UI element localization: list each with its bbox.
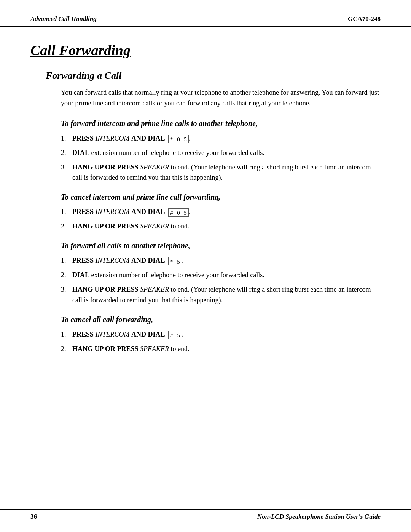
key-star: * <box>168 257 175 265</box>
intercom-label: INTERCOM <box>96 257 130 264</box>
press-label: PRESS <box>72 208 94 216</box>
hangup-label: HANG UP OR PRESS <box>72 163 139 171</box>
subsection-intercom-prime-forward: To forward intercom and prime line calls… <box>30 118 381 184</box>
key-hash: # <box>168 208 175 217</box>
key-hash: # <box>168 331 175 339</box>
step-number: 3. <box>61 284 72 295</box>
and-dial-label: AND DIAL <box>131 331 165 338</box>
intercom-label: INTERCOM <box>96 331 130 338</box>
step-number: 1. <box>61 207 72 217</box>
steps-list-3: 1. PRESS INTERCOM AND DIAL *5 . 2. DIAL … <box>61 256 381 306</box>
key-star: * <box>168 135 175 143</box>
step-1-3: 3. HANG UP OR PRESS SPEAKER to end. (You… <box>61 162 381 184</box>
key-sequence-star5: *5 <box>168 257 182 265</box>
page-header: Advanced Call Handling GCA70-248 <box>0 0 411 27</box>
step-1-2: 2. DIAL extension number of telephone to… <box>61 148 381 158</box>
page-container: Advanced Call Handling GCA70-248 Call Fo… <box>0 0 411 532</box>
header-right-text: GCA70-248 <box>348 15 381 23</box>
hangup-label: HANG UP OR PRESS <box>72 345 139 353</box>
step-1-1: 1. PRESS INTERCOM AND DIAL *05 . <box>61 133 381 144</box>
step-number: 2. <box>61 344 72 355</box>
main-content: Call Forwarding Forwarding a Call You ca… <box>0 27 411 509</box>
key-0: 0 <box>175 208 182 217</box>
key-5: 5 <box>182 208 189 217</box>
dial-label: DIAL <box>72 271 89 279</box>
step-number: 2. <box>61 270 72 281</box>
intercom-label: INTERCOM <box>96 208 130 216</box>
intercom-label: INTERCOM <box>96 134 130 142</box>
subsection-cancel-intercom-prime: To cancel intercom and prime line call f… <box>30 192 381 232</box>
key-5: 5 <box>182 135 189 143</box>
speaker-label: SPEAKER <box>140 345 169 353</box>
step-2-2: 2. HANG UP OR PRESS SPEAKER to end. <box>61 221 381 232</box>
and-dial-label: AND DIAL <box>131 208 165 216</box>
step-content: HANG UP OR PRESS SPEAKER to end. (Your t… <box>72 162 381 184</box>
and-dial-label: AND DIAL <box>131 257 165 264</box>
steps-list-1: 1. PRESS INTERCOM AND DIAL *05 . 2. DIAL… <box>61 133 381 184</box>
speaker-label: SPEAKER <box>140 286 169 293</box>
steps-list-2: 1. PRESS INTERCOM AND DIAL #05 . 2. HANG… <box>61 207 381 232</box>
step-content: PRESS INTERCOM AND DIAL *5 . <box>72 256 381 266</box>
step-content: DIAL extension number of telephone to re… <box>72 148 381 158</box>
subsection-heading-3: To forward all calls to another telephon… <box>61 240 381 251</box>
hangup-label: HANG UP OR PRESS <box>72 286 139 293</box>
chapter-title: Call Forwarding <box>30 42 381 59</box>
press-label: PRESS <box>72 331 94 338</box>
footer-page-number: 36 <box>30 513 37 521</box>
step-number: 1. <box>61 329 72 340</box>
key-0: 0 <box>175 135 182 143</box>
step-number: 1. <box>61 133 72 144</box>
step-number: 3. <box>61 162 72 173</box>
key-5: 5 <box>175 257 182 265</box>
step-content: DIAL extension number of telephone to re… <box>72 270 381 281</box>
step-content: PRESS INTERCOM AND DIAL #5 . <box>72 329 381 340</box>
subsection-heading-2: To cancel intercom and prime line call f… <box>61 192 381 202</box>
step-3-3: 3. HANG UP OR PRESS SPEAKER to end. (You… <box>61 284 381 306</box>
header-left-text: Advanced Call Handling <box>30 15 97 23</box>
step-content: HANG UP OR PRESS SPEAKER to end. <box>72 221 381 232</box>
section-heading: Forwarding a Call <box>46 70 381 81</box>
step-4-1: 1. PRESS INTERCOM AND DIAL #5 . <box>61 329 381 340</box>
key-sequence-hash5: #5 <box>168 331 182 339</box>
hangup-label: HANG UP OR PRESS <box>72 222 139 230</box>
step-2-1: 1. PRESS INTERCOM AND DIAL #05 . <box>61 207 381 217</box>
and-dial-label: AND DIAL <box>131 134 165 142</box>
intro-paragraph: You can forward calls that normally ring… <box>61 88 381 109</box>
step-content: HANG UP OR PRESS SPEAKER to end. <box>72 344 381 355</box>
press-label: PRESS <box>72 257 94 264</box>
key-sequence-star05: *05 <box>168 135 189 143</box>
step-number: 1. <box>61 256 72 266</box>
steps-list-4: 1. PRESS INTERCOM AND DIAL #5 . 2. HANG … <box>61 329 381 355</box>
step-content: PRESS INTERCOM AND DIAL #05 . <box>72 207 381 217</box>
step-4-2: 2. HANG UP OR PRESS SPEAKER to end. <box>61 344 381 355</box>
dial-label: DIAL <box>72 149 89 157</box>
speaker-label: SPEAKER <box>140 163 169 171</box>
step-content: PRESS INTERCOM AND DIAL *05 . <box>72 133 381 144</box>
subsection-heading-4: To cancel all call forwarding, <box>61 314 381 325</box>
speaker-label: SPEAKER <box>140 222 169 230</box>
subsection-cancel-all: To cancel all call forwarding, 1. PRESS … <box>30 314 381 355</box>
step-content: HANG UP OR PRESS SPEAKER to end. (Your t… <box>72 284 381 306</box>
step-number: 2. <box>61 148 72 158</box>
step-3-1: 1. PRESS INTERCOM AND DIAL *5 . <box>61 256 381 266</box>
subsection-heading-1: To forward intercom and prime line calls… <box>61 118 381 129</box>
key-5: 5 <box>175 331 182 339</box>
page-footer: 36 Non-LCD Speakerphone Station User's G… <box>0 509 411 532</box>
step-number: 2. <box>61 221 72 232</box>
subsection-forward-all: To forward all calls to another telephon… <box>30 240 381 306</box>
step-3-2: 2. DIAL extension number of telephone to… <box>61 270 381 281</box>
press-label: PRESS <box>72 134 94 142</box>
key-sequence-hash05: #05 <box>168 208 189 217</box>
footer-guide-title: Non-LCD Speakerphone Station User's Guid… <box>257 513 381 521</box>
